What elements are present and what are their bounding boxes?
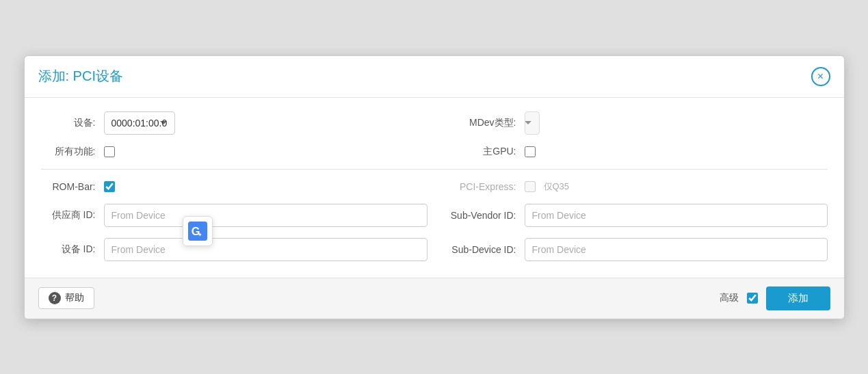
mdev-select-wrapper: [525, 111, 828, 135]
add-pci-dialog: 添加: PCI设备 × 设备: 0000:01:00.0 MDev类型:: [24, 55, 845, 319]
device-label: 设备:: [41, 117, 96, 129]
google-translate-icon: G ✦: [188, 222, 207, 241]
dialog-footer: ? 帮助 高级 添加: [25, 278, 844, 319]
device-select-wrapper: 0000:01:00.0: [104, 111, 428, 135]
functions-left: 所有功能:: [41, 146, 428, 158]
row-rom-bar: ROM-Bar: PCI-Express: 仅Q35: [41, 181, 828, 193]
footer-right: 高级 添加: [720, 286, 830, 310]
add-button[interactable]: 添加: [766, 286, 830, 310]
row-functions: 所有功能: 主GPU:: [41, 146, 828, 158]
dialog-header: 添加: PCI设备 ×: [25, 56, 844, 98]
pci-express-label: PCI-Express:: [441, 181, 516, 192]
help-button[interactable]: ? 帮助: [38, 287, 94, 309]
device-id-input[interactable]: [104, 238, 428, 261]
advanced-label: 高级: [720, 292, 739, 304]
pci-express-right: PCI-Express: 仅Q35: [428, 181, 828, 193]
all-functions-checkbox[interactable]: [104, 146, 115, 157]
pci-express-note: 仅Q35: [544, 181, 570, 193]
sub-vendor-id-label: Sub-Vendor ID:: [441, 210, 516, 221]
device-id-label: 设备 ID:: [41, 243, 96, 256]
main-gpu-label: 主GPU:: [441, 146, 516, 158]
sub-device-id-label: Sub-Device ID:: [441, 244, 516, 255]
main-gpu-right: 主GPU:: [428, 146, 828, 158]
divider: [41, 169, 828, 170]
row-device-id: 设备 ID: Sub-Device ID:: [41, 238, 828, 261]
advanced-checkbox[interactable]: [747, 293, 758, 304]
sub-device-id-input[interactable]: [525, 238, 828, 261]
row-vendor-id: 供应商 ID: Sub-Vendor ID:: [41, 204, 828, 227]
all-functions-label: 所有功能:: [41, 146, 96, 158]
rom-bar-left: ROM-Bar:: [41, 181, 428, 192]
help-icon: ?: [49, 292, 61, 304]
sub-device-id-right: Sub-Device ID:: [428, 238, 828, 261]
main-gpu-checkbox[interactable]: [525, 146, 536, 157]
vendor-id-left: 供应商 ID:: [41, 204, 428, 227]
all-functions-checkbox-wrapper: [104, 146, 115, 157]
close-button[interactable]: ×: [811, 67, 830, 86]
vendor-id-label: 供应商 ID:: [41, 209, 96, 222]
rom-bar-checkbox[interactable]: [104, 181, 115, 192]
mdev-right: MDev类型:: [428, 111, 828, 135]
help-label: 帮助: [65, 292, 84, 304]
mdev-label: MDev类型:: [441, 117, 516, 129]
svg-text:✦: ✦: [198, 232, 202, 238]
device-left: 设备: 0000:01:00.0: [41, 111, 428, 135]
mdev-select[interactable]: [525, 111, 540, 135]
sub-vendor-id-right: Sub-Vendor ID:: [428, 204, 828, 227]
dialog-body: 设备: 0000:01:00.0 MDev类型: 所有功能:: [25, 98, 844, 278]
sub-vendor-id-input[interactable]: [525, 204, 828, 227]
pci-express-checkbox-wrapper: [525, 181, 536, 192]
vendor-id-input[interactable]: [104, 204, 428, 227]
row-device: 设备: 0000:01:00.0 MDev类型:: [41, 111, 828, 135]
rom-bar-label: ROM-Bar:: [41, 181, 96, 192]
main-gpu-checkbox-wrapper: [525, 146, 536, 157]
rom-bar-checkbox-wrapper: [104, 181, 115, 192]
pci-express-checkbox[interactable]: [525, 181, 536, 192]
dialog-title: 添加: PCI设备: [38, 67, 123, 85]
device-select[interactable]: 0000:01:00.0: [104, 111, 175, 135]
google-translate-widget[interactable]: G ✦: [183, 216, 213, 246]
device-id-left: 设备 ID:: [41, 238, 428, 261]
